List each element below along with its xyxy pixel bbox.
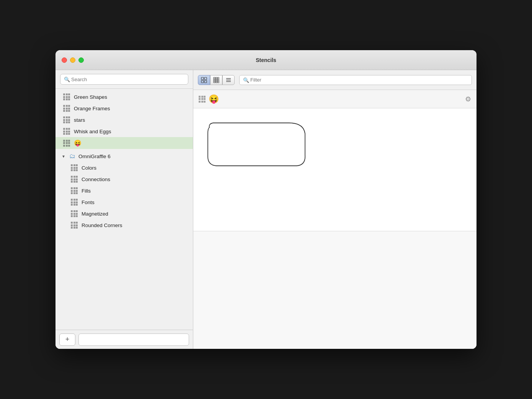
small-grid-icon [213,77,219,83]
folder-label: OmniGraffle 6 [78,154,111,159]
shape-svg-container [205,120,308,171]
sidebar-item-stars[interactable]: stars [55,114,193,126]
sidebar-item-emoji[interactable]: 😝 [55,137,193,149]
grid-icon [71,199,78,206]
main-window: Stencils 🔍 Gr [55,50,477,349]
grid-icon [63,128,70,135]
grid-icon [63,105,70,112]
folder-icon: 🗂 [69,153,75,160]
svg-rect-10 [214,81,215,83]
traffic-lights [62,57,84,63]
shape-preview [193,108,477,231]
close-button[interactable] [62,57,67,63]
sidebar-item-label: Rounded Corners [82,222,122,228]
sidebar-item-label: Colors [82,165,96,171]
window-title: Stencils [256,57,276,63]
large-grid-icon [201,77,207,83]
sidebar-item-colors[interactable]: Colors [63,162,193,173]
view-buttons [198,75,235,85]
filter-input[interactable] [239,75,472,85]
sidebar-item-rounded-corners[interactable]: Rounded Corners [63,219,193,231]
sidebar: 🔍 Green Shapes [55,70,193,349]
right-panel: 🔍 😝 ⚙ [193,70,477,349]
filter-search-icon: 🔍 [243,77,249,83]
grid-icon [63,93,70,100]
sidebar-item-connections[interactable]: Connections [63,173,193,185]
shape-header-left: 😝 [199,94,219,104]
sidebar-item-fills[interactable]: Fills [63,185,193,196]
gear-icon[interactable]: ⚙ [465,95,471,103]
grid-icon [71,164,78,171]
large-grid-view-button[interactable] [198,75,210,85]
sidebar-item-orange-frames[interactable]: Orange Frames [55,103,193,114]
maximize-button[interactable] [78,57,84,63]
grid-icon [63,140,70,147]
svg-rect-12 [217,81,219,83]
sidebar-item-magnetized[interactable]: Magnetized [63,208,193,219]
search-container: 🔍 [55,70,193,89]
svg-rect-6 [217,77,219,79]
stencil-name-field[interactable] [78,334,189,346]
sidebar-item-fonts[interactable]: Fonts [63,196,193,208]
titlebar: Stencils [55,50,477,70]
shape-header-emoji: 😝 [209,94,219,104]
sidebar-item-whisk-and-eggs[interactable]: Whisk and Eggs [55,126,193,137]
content-area: 😝 ⚙ [193,90,477,349]
folder-section-omnigraffle: ▼ 🗂 OmniGraffle 6 Colors [55,149,193,232]
sidebar-item-label: Green Shapes [74,94,107,100]
sidebar-item-label: Orange Frames [74,106,110,111]
svg-rect-8 [215,79,217,81]
svg-rect-7 [214,79,215,81]
folder-children: Colors Connections [55,162,193,231]
sidebar-item-green-shapes[interactable]: Green Shapes [55,91,193,103]
list-icon [225,77,232,83]
sidebar-item-label: Fills [82,188,91,194]
shape-svg [205,120,308,170]
folder-header-omnigraffle[interactable]: ▼ 🗂 OmniGraffle 6 [55,150,193,162]
svg-rect-2 [201,80,204,83]
grid-icon [71,222,78,229]
svg-rect-5 [215,77,217,79]
sidebar-item-label: stars [74,117,85,123]
grid-icon [71,187,78,194]
grid-icon [71,210,78,217]
sidebar-item-label: Connections [82,177,110,182]
grid-icon [71,176,78,183]
search-input-wrapper: 🔍 [60,74,188,85]
shape-header: 😝 ⚙ [193,90,477,108]
svg-rect-0 [201,77,204,80]
grid-icon-header [199,96,206,103]
svg-rect-4 [214,77,215,79]
main-content: 🔍 Green Shapes [55,70,477,349]
search-input[interactable] [60,74,188,85]
grid-icon [63,116,70,123]
add-stencil-button[interactable]: + [59,334,75,346]
right-toolbar: 🔍 [193,70,477,90]
bottom-empty-area [193,231,477,349]
small-grid-view-button[interactable] [210,75,222,85]
sidebar-bottom: + [55,330,193,349]
sidebar-item-label: Fonts [82,200,95,205]
svg-rect-3 [204,80,207,83]
filter-input-wrapper: 🔍 [239,75,472,85]
list-view-button[interactable] [222,75,235,85]
svg-rect-1 [204,77,207,80]
svg-rect-11 [215,81,217,83]
minimize-button[interactable] [70,57,75,63]
sidebar-list: Green Shapes Orange Frames [55,89,193,330]
sidebar-item-emoji-icon: 😝 [74,139,82,147]
sidebar-item-label: Whisk and Eggs [74,129,111,134]
chevron-down-icon: ▼ [62,154,65,159]
sidebar-item-label: Magnetized [82,211,108,217]
svg-rect-9 [217,79,219,81]
search-icon: 🔍 [64,77,70,82]
